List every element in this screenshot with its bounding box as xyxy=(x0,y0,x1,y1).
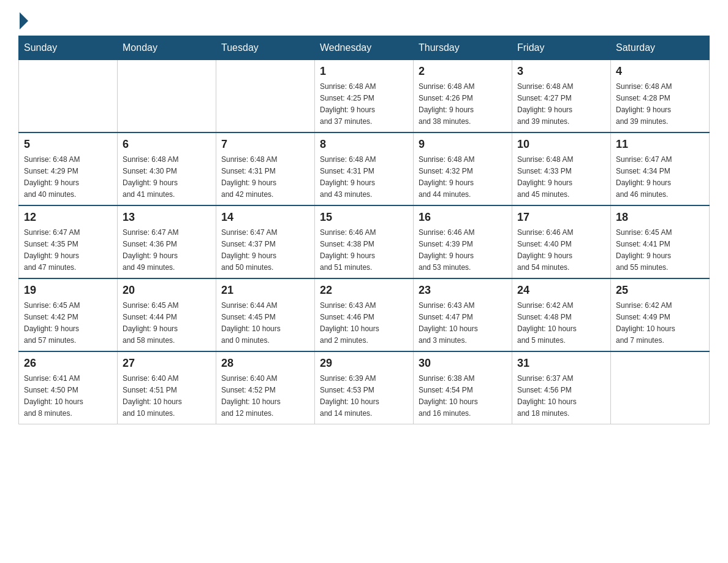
day-info: Sunrise: 6:46 AM Sunset: 4:39 PM Dayligh… xyxy=(419,228,474,272)
day-info: Sunrise: 6:48 AM Sunset: 4:33 PM Dayligh… xyxy=(517,155,573,199)
calendar-day-26: 26Sunrise: 6:41 AM Sunset: 4:50 PM Dayli… xyxy=(19,351,118,424)
weekday-header-wednesday: Wednesday xyxy=(315,36,414,60)
day-number: 28 xyxy=(221,357,309,370)
day-info: Sunrise: 6:43 AM Sunset: 4:47 PM Dayligh… xyxy=(419,301,478,345)
calendar-day-11: 11Sunrise: 6:47 AM Sunset: 4:34 PM Dayli… xyxy=(611,132,710,205)
day-info: Sunrise: 6:48 AM Sunset: 4:25 PM Dayligh… xyxy=(320,82,376,126)
calendar-day-8: 8Sunrise: 6:48 AM Sunset: 4:31 PM Daylig… xyxy=(315,132,414,205)
weekday-header-monday: Monday xyxy=(118,36,216,60)
calendar-day-17: 17Sunrise: 6:46 AM Sunset: 4:40 PM Dayli… xyxy=(512,205,611,278)
weekday-header-tuesday: Tuesday xyxy=(216,36,315,60)
day-info: Sunrise: 6:47 AM Sunset: 4:37 PM Dayligh… xyxy=(221,228,277,272)
weekday-header-saturday: Saturday xyxy=(611,36,710,60)
weekday-header-thursday: Thursday xyxy=(414,36,512,60)
calendar-week-row: 19Sunrise: 6:45 AM Sunset: 4:42 PM Dayli… xyxy=(19,278,710,351)
day-info: Sunrise: 6:44 AM Sunset: 4:45 PM Dayligh… xyxy=(221,301,281,345)
day-info: Sunrise: 6:48 AM Sunset: 4:29 PM Dayligh… xyxy=(24,155,80,199)
day-number: 31 xyxy=(517,357,605,370)
day-number: 5 xyxy=(24,138,112,151)
calendar-day-23: 23Sunrise: 6:43 AM Sunset: 4:47 PM Dayli… xyxy=(414,278,512,351)
day-info: Sunrise: 6:40 AM Sunset: 4:52 PM Dayligh… xyxy=(221,374,281,418)
day-number: 13 xyxy=(123,211,211,224)
calendar-day-28: 28Sunrise: 6:40 AM Sunset: 4:52 PM Dayli… xyxy=(216,351,315,424)
day-info: Sunrise: 6:46 AM Sunset: 4:38 PM Dayligh… xyxy=(320,228,376,272)
day-number: 8 xyxy=(320,138,408,151)
day-number: 15 xyxy=(320,211,408,224)
day-number: 19 xyxy=(24,284,112,297)
day-number: 18 xyxy=(616,211,704,224)
calendar-day-29: 29Sunrise: 6:39 AM Sunset: 4:53 PM Dayli… xyxy=(315,351,414,424)
logo-arrow-icon xyxy=(20,12,28,29)
day-info: Sunrise: 6:48 AM Sunset: 4:31 PM Dayligh… xyxy=(320,155,376,199)
day-info: Sunrise: 6:42 AM Sunset: 4:49 PM Dayligh… xyxy=(616,301,675,345)
day-info: Sunrise: 6:47 AM Sunset: 4:34 PM Dayligh… xyxy=(616,155,672,199)
day-number: 20 xyxy=(123,284,211,297)
day-number: 4 xyxy=(616,65,704,78)
day-info: Sunrise: 6:42 AM Sunset: 4:48 PM Dayligh… xyxy=(517,301,577,345)
day-info: Sunrise: 6:48 AM Sunset: 4:28 PM Dayligh… xyxy=(616,82,672,126)
day-info: Sunrise: 6:45 AM Sunset: 4:41 PM Dayligh… xyxy=(616,228,672,272)
day-number: 23 xyxy=(419,284,507,297)
day-info: Sunrise: 6:37 AM Sunset: 4:56 PM Dayligh… xyxy=(517,374,577,418)
day-number: 2 xyxy=(419,65,507,78)
day-info: Sunrise: 6:45 AM Sunset: 4:44 PM Dayligh… xyxy=(123,301,178,345)
calendar-day-31: 31Sunrise: 6:37 AM Sunset: 4:56 PM Dayli… xyxy=(512,351,611,424)
day-number: 30 xyxy=(419,357,507,370)
calendar-table: SundayMondayTuesdayWednesdayThursdayFrid… xyxy=(18,36,710,424)
calendar-empty-cell xyxy=(216,60,315,133)
calendar-day-6: 6Sunrise: 6:48 AM Sunset: 4:30 PM Daylig… xyxy=(118,132,216,205)
calendar-day-24: 24Sunrise: 6:42 AM Sunset: 4:48 PM Dayli… xyxy=(512,278,611,351)
day-info: Sunrise: 6:40 AM Sunset: 4:51 PM Dayligh… xyxy=(123,374,182,418)
day-number: 27 xyxy=(123,357,211,370)
calendar-day-15: 15Sunrise: 6:46 AM Sunset: 4:38 PM Dayli… xyxy=(315,205,414,278)
day-info: Sunrise: 6:45 AM Sunset: 4:42 PM Dayligh… xyxy=(24,301,80,345)
calendar-day-27: 27Sunrise: 6:40 AM Sunset: 4:51 PM Dayli… xyxy=(118,351,216,424)
calendar-day-13: 13Sunrise: 6:47 AM Sunset: 4:36 PM Dayli… xyxy=(118,205,216,278)
day-info: Sunrise: 6:48 AM Sunset: 4:31 PM Dayligh… xyxy=(221,155,277,199)
calendar-day-20: 20Sunrise: 6:45 AM Sunset: 4:44 PM Dayli… xyxy=(118,278,216,351)
day-number: 26 xyxy=(24,357,112,370)
calendar-day-10: 10Sunrise: 6:48 AM Sunset: 4:33 PM Dayli… xyxy=(512,132,611,205)
day-number: 10 xyxy=(517,138,605,151)
day-number: 11 xyxy=(616,138,704,151)
day-info: Sunrise: 6:48 AM Sunset: 4:32 PM Dayligh… xyxy=(419,155,474,199)
page-header xyxy=(18,12,710,29)
day-number: 22 xyxy=(320,284,408,297)
calendar-day-16: 16Sunrise: 6:46 AM Sunset: 4:39 PM Dayli… xyxy=(414,205,512,278)
weekday-header-friday: Friday xyxy=(512,36,611,60)
day-number: 1 xyxy=(320,65,408,78)
calendar-day-14: 14Sunrise: 6:47 AM Sunset: 4:37 PM Dayli… xyxy=(216,205,315,278)
day-info: Sunrise: 6:47 AM Sunset: 4:35 PM Dayligh… xyxy=(24,228,80,272)
calendar-day-7: 7Sunrise: 6:48 AM Sunset: 4:31 PM Daylig… xyxy=(216,132,315,205)
calendar-day-18: 18Sunrise: 6:45 AM Sunset: 4:41 PM Dayli… xyxy=(611,205,710,278)
day-number: 9 xyxy=(419,138,507,151)
day-info: Sunrise: 6:41 AM Sunset: 4:50 PM Dayligh… xyxy=(24,374,83,418)
calendar-week-row: 5Sunrise: 6:48 AM Sunset: 4:29 PM Daylig… xyxy=(19,132,710,205)
calendar-day-12: 12Sunrise: 6:47 AM Sunset: 4:35 PM Dayli… xyxy=(19,205,118,278)
day-info: Sunrise: 6:39 AM Sunset: 4:53 PM Dayligh… xyxy=(320,374,379,418)
weekday-header-row: SundayMondayTuesdayWednesdayThursdayFrid… xyxy=(19,36,710,60)
day-info: Sunrise: 6:46 AM Sunset: 4:40 PM Dayligh… xyxy=(517,228,573,272)
calendar-day-30: 30Sunrise: 6:38 AM Sunset: 4:54 PM Dayli… xyxy=(414,351,512,424)
day-number: 17 xyxy=(517,211,605,224)
day-info: Sunrise: 6:38 AM Sunset: 4:54 PM Dayligh… xyxy=(419,374,478,418)
weekday-header-sunday: Sunday xyxy=(19,36,118,60)
day-number: 14 xyxy=(221,211,309,224)
day-number: 12 xyxy=(24,211,112,224)
day-number: 25 xyxy=(616,284,704,297)
calendar-day-9: 9Sunrise: 6:48 AM Sunset: 4:32 PM Daylig… xyxy=(414,132,512,205)
day-number: 7 xyxy=(221,138,309,151)
calendar-day-3: 3Sunrise: 6:48 AM Sunset: 4:27 PM Daylig… xyxy=(512,60,611,133)
calendar-day-22: 22Sunrise: 6:43 AM Sunset: 4:46 PM Dayli… xyxy=(315,278,414,351)
calendar-week-row: 1Sunrise: 6:48 AM Sunset: 4:25 PM Daylig… xyxy=(19,60,710,133)
calendar-week-row: 26Sunrise: 6:41 AM Sunset: 4:50 PM Dayli… xyxy=(19,351,710,424)
day-number: 21 xyxy=(221,284,309,297)
logo xyxy=(18,12,29,29)
calendar-day-19: 19Sunrise: 6:45 AM Sunset: 4:42 PM Dayli… xyxy=(19,278,118,351)
calendar-week-row: 12Sunrise: 6:47 AM Sunset: 4:35 PM Dayli… xyxy=(19,205,710,278)
calendar-day-2: 2Sunrise: 6:48 AM Sunset: 4:26 PM Daylig… xyxy=(414,60,512,133)
day-number: 24 xyxy=(517,284,605,297)
calendar-day-1: 1Sunrise: 6:48 AM Sunset: 4:25 PM Daylig… xyxy=(315,60,414,133)
day-number: 16 xyxy=(419,211,507,224)
day-number: 29 xyxy=(320,357,408,370)
